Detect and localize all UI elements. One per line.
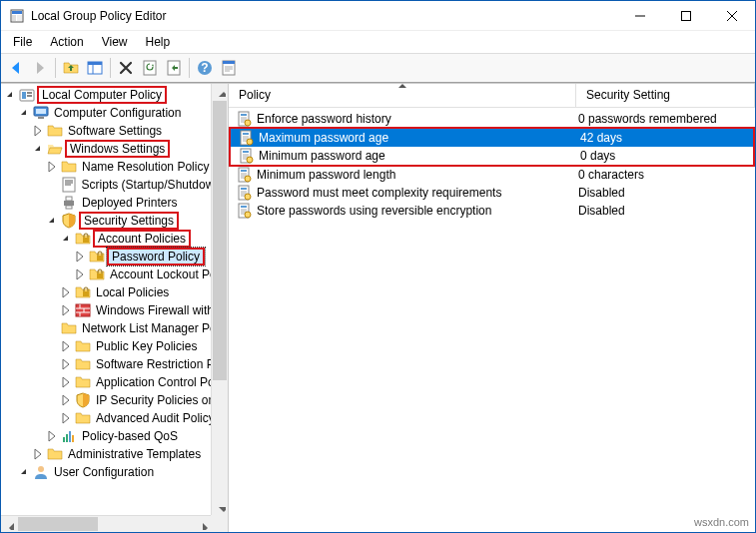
twisty-icon[interactable]	[59, 232, 73, 246]
column-header-setting[interactable]: Security Setting	[576, 84, 755, 107]
vertical-scrollbar[interactable]	[211, 84, 228, 515]
twisty-icon[interactable]	[45, 429, 59, 443]
shield-icon	[75, 392, 91, 408]
menubar: File Action View Help	[1, 31, 755, 53]
tree-software-settings[interactable]: Software Settings	[65, 124, 165, 138]
forward-button[interactable]	[29, 57, 51, 79]
policy-setting: Disabled	[576, 186, 755, 200]
tree-local-policies[interactable]: Local Policies	[93, 285, 172, 299]
printer-icon	[61, 195, 77, 211]
svg-rect-35	[682, 11, 691, 20]
twisty-icon[interactable]	[31, 124, 45, 138]
menu-view[interactable]: View	[94, 33, 136, 51]
app-icon	[9, 8, 25, 24]
tree-public-key[interactable]: Public Key Policies	[93, 339, 200, 353]
menu-help[interactable]: Help	[138, 33, 179, 51]
policy-item-icon	[237, 111, 253, 127]
twisty-icon[interactable]	[59, 285, 73, 299]
tree-scripts[interactable]: Scripts (Startup/Shutdown)	[79, 178, 228, 192]
twisty-icon[interactable]	[45, 214, 59, 228]
menu-file[interactable]: File	[5, 33, 40, 51]
twisty-icon[interactable]	[59, 357, 73, 371]
up-level-button[interactable]	[60, 57, 82, 79]
export-list-button[interactable]	[163, 57, 185, 79]
folder-icon	[47, 123, 63, 139]
app-window: Local Group Policy Editor File Action Vi…	[0, 0, 756, 533]
content-area: Local Computer Policy Computer Configura…	[1, 83, 755, 532]
twisty-icon[interactable]	[3, 88, 17, 102]
twisty-icon[interactable]	[59, 411, 73, 425]
tree-policy-qos[interactable]: Policy-based QoS	[79, 429, 181, 443]
close-button[interactable]	[709, 1, 755, 31]
list-item[interactable]: Minimum password length0 characters	[229, 166, 755, 184]
twisty-icon[interactable]	[31, 447, 45, 461]
back-button[interactable]	[5, 57, 27, 79]
tree-admin-templates[interactable]: Administrative Templates	[65, 447, 204, 461]
policy-setting: 42 days	[578, 131, 753, 145]
policy-name: Minimum password length	[257, 168, 395, 182]
scrollbar-corner	[211, 515, 228, 532]
twisty-icon[interactable]	[31, 142, 45, 156]
firewall-icon	[75, 302, 91, 318]
list-item[interactable]: Password must meet complexity requiremen…	[229, 184, 755, 202]
folder-icon	[47, 446, 63, 462]
tree-name-resolution[interactable]: Name Resolution Policy	[79, 160, 212, 174]
tree-user-configuration[interactable]: User Configuration	[51, 465, 157, 479]
user-icon	[33, 464, 49, 480]
watermark: wsxdn.com	[694, 516, 749, 528]
separator	[55, 58, 56, 78]
maximize-button[interactable]	[663, 1, 709, 31]
tree-computer-configuration[interactable]: Computer Configuration	[51, 106, 184, 120]
separator	[110, 58, 111, 78]
list-item[interactable]: Enforce password history0 passwords reme…	[229, 110, 755, 128]
tree-account-policies[interactable]: Account Policies	[93, 230, 191, 248]
tree-view[interactable]: Local Computer Policy Computer Configura…	[1, 84, 228, 532]
folder-icon	[75, 374, 91, 390]
tree-windows-firewall[interactable]: Windows Firewall with Advanced Security	[93, 303, 228, 317]
twisty-icon[interactable]	[17, 106, 31, 120]
tree-ip-security[interactable]: IP Security Policies on Local Computer	[93, 393, 228, 407]
tree-account-lockout[interactable]: Account Lockout Policy	[107, 267, 228, 281]
twisty-icon[interactable]	[73, 267, 87, 281]
tree-deployed-printers[interactable]: Deployed Printers	[79, 196, 180, 210]
menu-action[interactable]: Action	[42, 33, 91, 51]
minimize-button[interactable]	[617, 1, 663, 31]
list-item[interactable]: Maximum password age42 days	[231, 129, 753, 147]
tree-local-computer-policy[interactable]: Local Computer Policy	[37, 86, 167, 104]
lock-folder-icon	[89, 266, 105, 282]
folder-icon	[75, 338, 91, 354]
twisty-icon[interactable]	[17, 465, 31, 479]
twisty-icon[interactable]	[59, 375, 73, 389]
tree-advanced-audit[interactable]: Advanced Audit Policy Configuration	[93, 411, 228, 425]
show-hide-tree-button[interactable]	[84, 57, 106, 79]
twisty-icon[interactable]	[45, 160, 59, 174]
policy-item-icon	[239, 148, 255, 164]
tree-security-settings[interactable]: Security Settings	[79, 212, 179, 230]
tree-software-restriction[interactable]: Software Restriction Policies	[93, 357, 228, 371]
twisty-icon[interactable]	[59, 393, 73, 407]
script-icon	[61, 177, 77, 193]
help-button[interactable]	[194, 57, 216, 79]
tree-windows-settings[interactable]: Windows Settings	[65, 140, 170, 158]
policy-name: Maximum password age	[259, 131, 388, 145]
tree-pane: Local Computer Policy Computer Configura…	[1, 84, 229, 532]
policy-name: Password must meet complexity requiremen…	[257, 186, 501, 200]
policy-item-icon	[237, 167, 253, 183]
tree-app-control[interactable]: Application Control Policies	[93, 375, 228, 389]
tree-network-list[interactable]: Network List Manager Policies	[79, 321, 228, 335]
twisty-icon[interactable]	[73, 250, 87, 264]
refresh-button[interactable]	[139, 57, 161, 79]
properties-button[interactable]	[218, 57, 240, 79]
folder-icon	[61, 159, 77, 175]
list-item[interactable]: Minimum password age0 days	[231, 147, 753, 165]
delete-button[interactable]	[115, 57, 137, 79]
policy-root-icon	[19, 87, 35, 103]
toolbar	[1, 53, 755, 83]
tree-password-policy[interactable]: Password Policy	[107, 248, 205, 266]
column-header-policy[interactable]: Policy	[229, 84, 576, 107]
horizontal-scrollbar[interactable]	[1, 515, 211, 532]
titlebar: Local Group Policy Editor	[1, 1, 755, 31]
list-item[interactable]: Store passwords using reversible encrypt…	[229, 202, 755, 220]
twisty-icon[interactable]	[59, 339, 73, 353]
twisty-icon[interactable]	[59, 303, 73, 317]
